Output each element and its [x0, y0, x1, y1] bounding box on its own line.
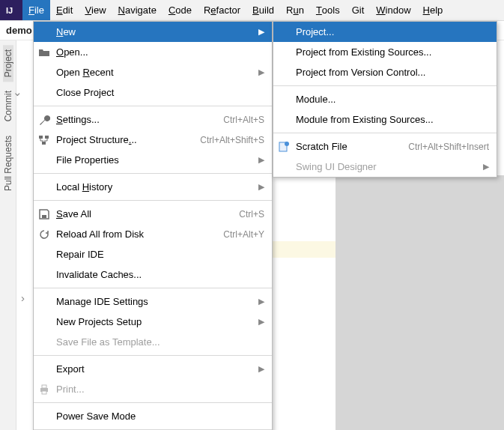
svg-rect-5 [42, 215, 46, 218]
menu-item-label: Manage IDE Settings [56, 296, 252, 307]
crumb-project: demo [6, 25, 32, 36]
menu-item-label: Repair IDE [56, 249, 264, 260]
menu-tools[interactable]: Tools [310, 0, 346, 20]
file-menu-item-close-project[interactable]: Close Project [34, 82, 272, 103]
new-menu-item-module[interactable]: Module... [273, 89, 497, 109]
menu-item-label: Save All [56, 208, 239, 219]
menu-file[interactable]: File [22, 0, 50, 20]
scratch-icon [278, 141, 290, 153]
file-menu-item-local-history[interactable]: Local History▶ [34, 177, 272, 197]
menu-item-label: Reload All from Disk [56, 228, 223, 240]
wrench-icon [38, 114, 50, 126]
menu-git[interactable]: Git [346, 0, 371, 20]
chevron-right-icon[interactable]: › [21, 291, 25, 304]
chevron-right-icon: ▶ [258, 364, 264, 374]
menu-item-label: Module from Existing Sources... [296, 114, 489, 125]
tool-window-project[interactable]: Project [3, 45, 13, 82]
svg-text:IJ: IJ [6, 6, 13, 15]
menu-item-label: File Properties [56, 154, 252, 166]
menu-separator [34, 106, 272, 106]
menu-item-label: Scratch File [296, 141, 408, 152]
svg-rect-3 [45, 136, 49, 139]
menu-item-label: Print... [56, 384, 264, 395]
file-menu-dropdown: New▶Open...Open Recent▶Close ProjectSett… [33, 21, 273, 430]
file-menu-item-export[interactable]: Export▶ [34, 359, 272, 379]
file-menu-item-print: Print... [34, 379, 272, 399]
menu-separator [34, 355, 272, 356]
menu-code[interactable]: Code [163, 0, 198, 20]
chevron-right-icon: ▶ [258, 317, 264, 327]
file-menu-item-save-all[interactable]: Save AllCtrl+S [34, 204, 272, 224]
menu-separator [34, 173, 272, 174]
menu-item-label: Close Project [56, 87, 264, 98]
menu-separator [34, 288, 272, 288]
structure-icon [38, 134, 50, 146]
menu-separator [273, 85, 497, 86]
menu-item-label: Export [56, 363, 252, 375]
chevron-right-icon: ▶ [258, 297, 264, 306]
file-menu-item-file-properties[interactable]: File Properties▶ [34, 150, 272, 170]
new-menu-item-swing-ui-designer: Swing UI Designer▶ [273, 157, 497, 177]
menu-run[interactable]: Run [280, 0, 310, 20]
menu-item-label: Power Save Mode [56, 411, 264, 422]
menu-help[interactable]: Help [417, 0, 449, 20]
file-menu-item-reload-all-from-disk[interactable]: Reload All from DiskCtrl+Alt+Y [34, 224, 272, 244]
menu-item-label: Project from Version Control... [296, 67, 489, 78]
file-menu-item-manage-ide-settings[interactable]: Manage IDE Settings▶ [34, 291, 272, 312]
menu-separator [34, 200, 272, 201]
tool-window-commit[interactable]: Commit [3, 86, 13, 126]
file-menu-item-project-structure[interactable]: Project Structure...Ctrl+Alt+Shift+S [34, 130, 272, 150]
fold-chevron-icon[interactable]: ⌄ [13, 85, 22, 99]
menu-refactor[interactable]: Refactor [198, 0, 246, 20]
file-menu-item-open-recent[interactable]: Open Recent▶ [34, 62, 272, 82]
chevron-right-icon: ▶ [258, 155, 264, 165]
new-menu-item-project[interactable]: Project... [273, 22, 497, 42]
menu-item-label: Settings... [56, 114, 223, 125]
file-menu-item-settings[interactable]: Settings...Ctrl+Alt+S [34, 109, 272, 130]
tool-window-strip-left: ProjectCommitPull Requests [0, 40, 16, 430]
menu-item-label: Save File as Template... [56, 336, 264, 348]
menu-item-label: Local History [56, 181, 252, 193]
svg-rect-4 [42, 142, 46, 145]
new-menu-item-project-from-existing-sources[interactable]: Project from Existing Sources... [273, 42, 497, 62]
file-menu-item-invalidate-caches[interactable]: Invalidate Caches... [34, 264, 272, 285]
svg-point-10 [285, 142, 289, 146]
menu-item-label: Invalidate Caches... [56, 269, 264, 280]
chevron-right-icon: ▶ [483, 162, 489, 172]
file-menu-item-new[interactable]: New▶ [34, 22, 272, 42]
tool-window-pull-requests[interactable]: Pull Requests [3, 131, 13, 196]
new-menu-item-scratch-file[interactable]: Scratch FileCtrl+Alt+Shift+Insert [273, 136, 497, 157]
open-icon [38, 46, 50, 58]
chevron-right-icon: ▶ [258, 27, 264, 37]
menu-separator [34, 402, 272, 403]
menu-separator [273, 133, 497, 133]
file-menu-item-repair-ide[interactable]: Repair IDE [34, 244, 272, 264]
menu-item-label: Project... [296, 26, 489, 37]
svg-rect-8 [42, 391, 46, 394]
new-menu-item-module-from-existing-sources[interactable]: Module from Existing Sources... [273, 109, 497, 130]
file-menu-item-new-projects-setup[interactable]: New Projects Setup▶ [34, 312, 272, 332]
minimap-area [336, 175, 504, 430]
menu-build[interactable]: Build [246, 0, 280, 20]
shortcut-label: Ctrl+S [239, 209, 264, 219]
shortcut-label: Ctrl+Alt+Y [223, 229, 264, 240]
file-menu-item-power-save-mode[interactable]: Power Save Mode [34, 406, 272, 426]
menubar: FileEditViewNavigateCodeRefactorBuildRun… [22, 0, 449, 20]
file-menu-item-open[interactable]: Open... [34, 42, 272, 62]
menu-item-label: Module... [296, 94, 489, 105]
menu-navigate[interactable]: Navigate [112, 0, 163, 20]
chevron-right-icon: ▶ [258, 67, 264, 77]
menu-item-label: Project from Existing Sources... [296, 46, 489, 58]
print-icon [38, 384, 50, 396]
menu-window[interactable]: Window [370, 0, 416, 20]
new-menu-item-project-from-version-control[interactable]: Project from Version Control... [273, 62, 497, 82]
new-submenu: Project...Project from Existing Sources.… [273, 21, 497, 178]
menu-item-label: Project Structure... [56, 134, 200, 145]
svg-rect-2 [39, 136, 43, 139]
save-icon [38, 208, 50, 220]
shortcut-label: Ctrl+Alt+Shift+S [200, 135, 264, 145]
menu-edit[interactable]: Edit [50, 0, 79, 20]
shortcut-label: Ctrl+Alt+S [223, 115, 264, 125]
menu-view[interactable]: View [79, 0, 112, 20]
file-menu-item-save-file-as-template: Save File as Template... [34, 332, 272, 352]
